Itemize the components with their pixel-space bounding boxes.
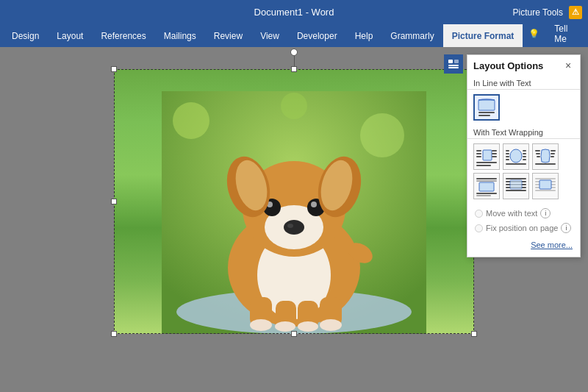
- svg-rect-66: [506, 178, 526, 179]
- move-with-text-option[interactable]: Move with text i: [475, 208, 573, 218]
- svg-rect-30: [448, 67, 459, 68]
- square-wrap-button[interactable]: [473, 143, 500, 170]
- handle-top-middle[interactable]: [291, 66, 297, 72]
- inline-with-text-button[interactable]: [473, 94, 500, 121]
- ribbon-right-actions: 💡 Tell Me: [523, 21, 588, 47]
- svg-rect-54: [535, 150, 540, 152]
- svg-rect-32: [478, 100, 495, 110]
- svg-rect-52: [523, 159, 526, 160]
- see-more-link[interactable]: See more...: [467, 238, 580, 251]
- selected-image-container[interactable]: [114, 69, 474, 334]
- svg-rect-37: [476, 153, 481, 154]
- svg-rect-77: [539, 180, 551, 189]
- svg-point-14: [320, 319, 342, 331]
- svg-rect-41: [492, 156, 497, 157]
- svg-point-11: [250, 319, 272, 331]
- svg-point-22: [311, 202, 317, 207]
- handle-middle-left[interactable]: [111, 199, 117, 204]
- title-bar: Document1 - Word Picture Tools ⚠: [0, 0, 588, 24]
- handle-bottom-middle[interactable]: [291, 331, 297, 337]
- svg-point-17: [284, 220, 304, 235]
- in-front-text-button[interactable]: [532, 173, 559, 199]
- svg-rect-45: [506, 150, 509, 152]
- puppy-svg: [162, 91, 426, 334]
- svg-rect-65: [476, 195, 491, 196]
- tab-layout[interactable]: Layout: [48, 24, 92, 47]
- puppy-image: [114, 69, 474, 334]
- tab-grammarly[interactable]: Grammarly: [381, 24, 442, 47]
- svg-point-18: [287, 224, 293, 228]
- svg-rect-39: [492, 150, 497, 152]
- svg-point-1: [173, 102, 209, 139]
- move-with-text-info[interactable]: i: [540, 208, 551, 218]
- svg-rect-53: [506, 163, 526, 165]
- through-wrap-button[interactable]: [532, 143, 559, 170]
- svg-rect-55: [536, 153, 540, 154]
- svg-rect-51: [523, 156, 526, 157]
- panel-close-button[interactable]: ×: [562, 60, 574, 71]
- fix-position-radio[interactable]: [475, 224, 483, 232]
- handle-bottom-right[interactable]: [471, 331, 477, 337]
- handle-top-left[interactable]: [111, 66, 117, 72]
- warning-icon[interactable]: ⚠: [569, 6, 582, 19]
- top-bottom-wrap-button[interactable]: [473, 173, 500, 199]
- svg-point-3: [281, 93, 307, 119]
- app-name: Word: [312, 7, 334, 18]
- svg-rect-62: [476, 178, 497, 179]
- svg-rect-72: [535, 178, 556, 179]
- svg-rect-50: [523, 153, 526, 154]
- tab-help[interactable]: Help: [346, 24, 382, 47]
- panel-header: Layout Options ×: [467, 55, 580, 76]
- tab-picture-format[interactable]: Picture Format: [443, 24, 523, 47]
- svg-rect-28: [448, 60, 453, 63]
- document-title: Document1 - Word: [254, 7, 334, 18]
- svg-point-13: [298, 321, 318, 332]
- document-name: Document1: [254, 7, 303, 18]
- svg-rect-61: [479, 182, 494, 191]
- layout-options-panel: Layout Options × In Line with Text With …: [467, 54, 581, 257]
- svg-point-2: [360, 113, 404, 157]
- behind-text-button[interactable]: [503, 173, 529, 199]
- inline-layout-grid: [467, 90, 580, 125]
- svg-rect-46: [506, 153, 509, 154]
- tell-me-button[interactable]: Tell Me: [548, 21, 582, 47]
- move-with-text-radio[interactable]: [475, 210, 483, 218]
- tab-design[interactable]: Design: [3, 24, 48, 47]
- svg-point-12: [275, 321, 295, 332]
- tight-wrap-button[interactable]: [503, 143, 529, 170]
- handle-bottom-left[interactable]: [111, 331, 117, 337]
- svg-rect-57: [551, 150, 556, 152]
- fix-position-label: Fix position on page: [486, 224, 558, 232]
- tab-developer[interactable]: Developer: [288, 24, 346, 47]
- wrap-section-label: With Text Wrapping: [467, 125, 580, 139]
- position-radio-group: Move with text i Fix position on page i: [467, 204, 580, 238]
- picture-tools-section: Picture Tools ⚠: [513, 6, 582, 19]
- svg-point-44: [510, 149, 522, 163]
- svg-rect-58: [551, 153, 555, 154]
- fix-position-option[interactable]: Fix position on page i: [475, 223, 573, 233]
- svg-rect-35: [483, 150, 492, 160]
- document-area: Layout Options × In Line with Text With …: [0, 47, 588, 392]
- svg-rect-29: [448, 65, 459, 66]
- svg-rect-34: [478, 115, 490, 116]
- wrap-layout-grid: [467, 139, 580, 204]
- svg-rect-40: [492, 153, 497, 154]
- svg-rect-36: [476, 150, 481, 152]
- fix-position-info[interactable]: i: [561, 223, 571, 233]
- svg-rect-38: [476, 156, 481, 157]
- svg-rect-33: [478, 112, 495, 113]
- svg-rect-31: [454, 60, 459, 63]
- svg-rect-59: [551, 156, 554, 157]
- svg-rect-60: [535, 163, 556, 165]
- layout-options-trigger[interactable]: [444, 54, 463, 74]
- svg-rect-49: [523, 150, 526, 152]
- tab-mailings[interactable]: Mailings: [155, 24, 205, 47]
- tab-review[interactable]: Review: [205, 24, 251, 47]
- svg-rect-64: [476, 193, 497, 194]
- light-bulb-icon[interactable]: 💡: [523, 26, 545, 42]
- svg-rect-70: [506, 190, 526, 191]
- svg-rect-43: [476, 165, 491, 166]
- tab-references[interactable]: References: [92, 24, 154, 47]
- tab-view[interactable]: View: [251, 24, 288, 47]
- rotate-circle[interactable]: [290, 49, 298, 56]
